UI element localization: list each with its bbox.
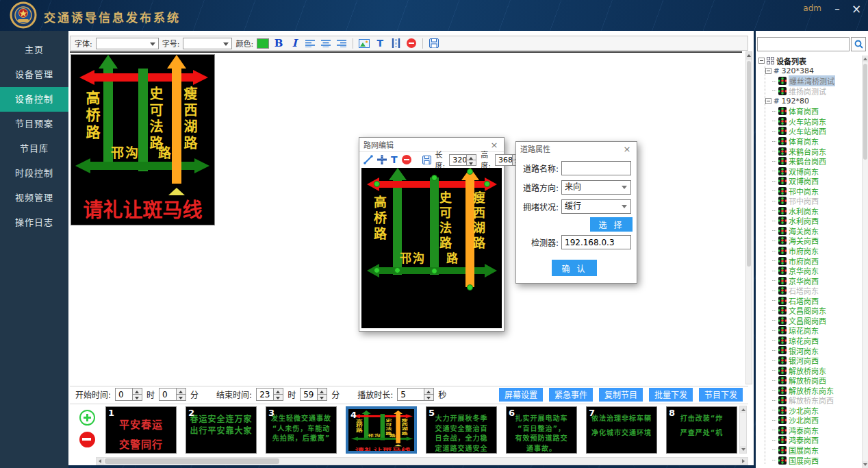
device-search-input[interactable] [757, 37, 850, 51]
road-direction-select[interactable]: 来向 [561, 180, 631, 195]
image-icon[interactable] [358, 38, 370, 49]
tree-device[interactable]: 市府岗东 [772, 246, 861, 256]
confirm-button[interactable]: 确 认 [552, 260, 597, 276]
tree-device[interactable]: 火车站岗东 [772, 116, 861, 127]
collapse-icon[interactable] [765, 98, 771, 104]
tree-device[interactable]: 琼花岗西 [772, 336, 861, 346]
road-icon[interactable] [390, 38, 402, 49]
node-handle[interactable] [467, 284, 473, 291]
node-handle[interactable] [484, 181, 490, 187]
tree-device[interactable]: 解放桥东岗东 [772, 385, 861, 395]
node-handle[interactable] [431, 268, 437, 274]
sidebar-item-节目预案[interactable]: 节目预案 [0, 112, 68, 136]
action-button[interactable]: 屏幕设置 [499, 388, 543, 402]
tree-device[interactable]: 石塔岗西 [772, 295, 861, 306]
tree-device[interactable]: 邗中岗东 [772, 186, 861, 196]
tree-root[interactable]: 设备列表 [758, 56, 861, 66]
add-program-button[interactable] [79, 410, 95, 426]
tree-device[interactable]: 京华岗东 [772, 266, 861, 276]
crossroad-icon[interactable] [377, 154, 387, 166]
scroll-thumb[interactable] [105, 458, 279, 464]
playlist-item[interactable]: 6扎实开展电动车“百日整治”，有效预防道路交通事故。 [506, 406, 577, 454]
tree-device[interactable]: 鸿泰岗东 [772, 426, 861, 436]
start-hour-stepper[interactable] [115, 388, 142, 401]
node-handle[interactable] [431, 175, 437, 181]
tree-device[interactable]: 火车站岗西 [772, 126, 861, 136]
node-handle[interactable] [374, 181, 380, 187]
dialog-close-icon[interactable]: × [622, 144, 633, 154]
line-icon[interactable] [363, 154, 373, 166]
close-icon[interactable]: × [849, 1, 864, 16]
action-button[interactable]: 复制节目 [599, 388, 643, 402]
font-select[interactable] [96, 38, 159, 49]
tree-device[interactable]: 沙北岗西 [772, 415, 861, 426]
playlist-item[interactable]: 1平安春运交警同行 [105, 406, 177, 454]
save-icon[interactable] [422, 154, 431, 166]
tree-device[interactable]: 解放桥东岗西 [772, 395, 861, 406]
node-handle[interactable] [467, 169, 473, 175]
size-select[interactable] [183, 38, 232, 49]
tree-device[interactable]: 国展岗东 [772, 445, 861, 456]
scroll-right-icon[interactable] [740, 458, 748, 465]
user-name[interactable]: adm [803, 3, 821, 13]
playlist-item[interactable]: 4 高桥路 史可法路 瘦西湖路 邗沟 路 请礼让斑马线 [346, 406, 417, 454]
tree-device[interactable]: 石塔岗东 [772, 286, 861, 296]
sidebar-item-设备管理[interactable]: 设备管理 [0, 62, 68, 87]
tree-device[interactable]: 文昌阁岗东 [772, 306, 861, 316]
tree-device[interactable]: 双博岗东 [772, 166, 861, 176]
action-button[interactable]: 紧急事件 [549, 388, 593, 402]
tree-device[interactable]: 文昌阁岗西 [772, 316, 861, 326]
node-handle[interactable] [394, 267, 400, 273]
playlist-item[interactable]: 3发生轻微交通事故“人未伤，车能动先拍照，后撤离” [266, 406, 337, 454]
tree-group-320*384[interactable]: #320*384 [765, 66, 861, 76]
length-stepper[interactable] [449, 154, 476, 166]
road-name-input[interactable] [561, 161, 631, 175]
tree-device[interactable]: 京华岗西 [772, 275, 861, 286]
tree-device[interactable]: 双博岗西 [772, 176, 861, 186]
action-button[interactable]: 批量下发 [649, 388, 693, 402]
tree-device[interactable]: 体育岗东 [772, 136, 861, 147]
minimize-icon[interactable]: – [830, 1, 845, 16]
save-icon[interactable] [428, 38, 440, 49]
sidebar-item-节目库[interactable]: 节目库 [0, 136, 68, 161]
collapse-icon[interactable] [765, 68, 771, 74]
remove-program-button[interactable] [79, 432, 95, 447]
playlist-item[interactable]: 5大力开展秋冬季交通安全整治百日会战，全力稳定道路交通安全形势！ [426, 406, 497, 454]
playlist-horizontal-scrollbar[interactable] [96, 457, 748, 465]
tree-device[interactable]: 来鹤台岗西 [772, 156, 861, 167]
tree-device[interactable]: 海关岗东 [772, 226, 861, 236]
color-swatch[interactable] [257, 38, 269, 49]
tree-group-192*80[interactable]: #192*80 [765, 96, 861, 106]
text-tool-icon[interactable]: T [391, 154, 398, 166]
tree-device[interactable]: 水利岗东 [772, 206, 861, 217]
playlist-vertical-scrollbar[interactable] [739, 406, 747, 454]
tree-device[interactable]: 来鹤台岗东 [772, 146, 861, 156]
action-button[interactable]: 节目下发 [699, 388, 743, 402]
end-hour-stepper[interactable] [256, 388, 283, 401]
playlist-item[interactable]: 7依法治理非标车辆净化城市交通环境 [586, 406, 657, 454]
end-minute-stepper[interactable] [300, 388, 327, 401]
tree-device[interactable]: 沙北岗东 [772, 406, 861, 416]
tree-device[interactable]: 邗中岗西 [772, 196, 861, 206]
align-center-icon[interactable] [320, 38, 332, 49]
tree-device[interactable]: 解放桥岗西 [772, 375, 861, 386]
align-left-icon[interactable] [304, 38, 316, 49]
tree-device[interactable]: 螺丝湾桥测试 [772, 76, 861, 86]
sidebar-item-操作日志[interactable]: 操作日志 [0, 210, 68, 235]
tree-device[interactable]: 市府岗西 [772, 256, 861, 266]
sidebar-item-主页[interactable]: 主页 [0, 38, 68, 62]
tree-device[interactable]: 银河岗东 [772, 345, 861, 356]
tree-device[interactable]: 琼花岗东 [772, 325, 861, 336]
select-button[interactable]: 选 择 [590, 217, 633, 232]
tree-device[interactable]: 维扬岗测试 [772, 86, 861, 97]
network-edit-canvas[interactable]: 高桥路 史可法路 瘦西湖路 邗沟 路 [361, 168, 502, 328]
tree-device[interactable]: 水利岗西 [772, 216, 861, 226]
tree-device[interactable]: 海关岗西 [772, 236, 861, 246]
playlist-item[interactable]: 8打击改装“炸严查严处“机 [666, 406, 737, 454]
tree-device[interactable]: 银河岗西 [772, 356, 861, 366]
main-vertical-scrollbar[interactable] [745, 51, 752, 384]
playlist-item[interactable]: 2春运安全连万家出行平安靠大家 [186, 406, 257, 454]
start-minute-stepper[interactable] [159, 388, 186, 401]
scroll-left-icon[interactable] [97, 458, 104, 465]
sidebar-item-时段控制[interactable]: 时段控制 [0, 161, 68, 186]
